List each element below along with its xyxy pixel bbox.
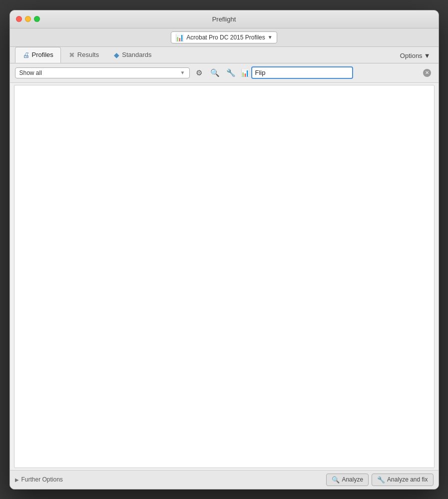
main-window: Preflight 📊 Acrobat Pro DC 2015 Profiles… [9, 10, 439, 490]
profile-chart-icon: 📊 [175, 33, 184, 41]
search-bar-chart-icon: 📊 [241, 69, 249, 77]
toolbar: Show all ▼ ⚙ 🔍 🔧 📊 ✕ [10, 63, 439, 83]
minimize-button[interactable] [25, 16, 31, 22]
search-wrapper: ✕ [251, 66, 434, 79]
search-input[interactable] [251, 66, 353, 79]
analyze-fix-button[interactable]: 🔧 Analyze and fix [372, 474, 433, 486]
tab-results-label: Results [77, 51, 99, 58]
analyze-label: Analyze [342, 476, 363, 483]
profile-bar: 📊 Acrobat Pro DC 2015 Profiles ▼ [10, 28, 439, 47]
window-title: Preflight [212, 15, 236, 23]
profile-selector-label: Acrobat Pro DC 2015 Profiles [186, 34, 265, 41]
filter-dropdown-arrow-icon: ▼ [180, 70, 185, 75]
search-area: 📊 ✕ [241, 66, 434, 79]
filter-dropdown[interactable]: Show all ▼ [15, 67, 190, 78]
analyze-fix-icon: 🔧 [377, 476, 385, 484]
analyze-fix-label: Analyze and fix [387, 476, 428, 483]
analyze-button[interactable]: 🔍 Analyze [326, 474, 369, 486]
further-options[interactable]: ▶ Further Options [15, 476, 63, 483]
options-button[interactable]: Options ▼ [397, 48, 434, 63]
further-options-label: Further Options [21, 476, 63, 483]
content-area: Show all ▼ ⚙ 🔍 🔧 📊 ✕ [10, 63, 439, 470]
traffic-lights [16, 16, 40, 22]
tab-profiles-label: Profiles [32, 51, 53, 58]
tabbar: 🖨 Profiles ✖ Results ◆ Standards Options… [10, 47, 439, 63]
footer-buttons: 🔍 Analyze 🔧 Analyze and fix [326, 474, 433, 486]
profiles-tab-icon: 🖨 [22, 51, 29, 59]
tab-results[interactable]: ✖ Results [62, 47, 106, 63]
analyze-search-icon: 🔍 [332, 476, 340, 484]
search-clear-button[interactable]: ✕ [423, 69, 431, 77]
filter-label: Show all [19, 69, 42, 76]
profile-selector[interactable]: 📊 Acrobat Pro DC 2015 Profiles ▼ [171, 31, 277, 43]
standards-tab-icon: ◆ [114, 51, 119, 59]
tool-icon-button[interactable]: 🔧 [225, 66, 238, 79]
tab-standards-label: Standards [122, 51, 151, 58]
results-tab-icon: ✖ [69, 51, 75, 59]
results-list [14, 85, 435, 468]
further-options-arrow-icon: ▶ [15, 477, 19, 483]
footer: ▶ Further Options 🔍 Analyze 🔧 Analyze an… [10, 470, 439, 489]
maximize-button[interactable] [34, 16, 40, 22]
tabs-container: 🖨 Profiles ✖ Results ◆ Standards [15, 47, 159, 63]
wrench-icon-button[interactable]: ⚙ [193, 66, 206, 79]
close-button[interactable] [16, 16, 22, 22]
options-label: Options [400, 52, 423, 59]
titlebar: Preflight [10, 10, 439, 28]
options-arrow-icon: ▼ [424, 52, 431, 59]
magnify-icon-button[interactable]: 🔍 [209, 66, 222, 79]
tab-profiles[interactable]: 🖨 Profiles [15, 47, 61, 63]
tab-standards[interactable]: ◆ Standards [107, 47, 158, 63]
profile-selector-arrow-icon: ▼ [268, 34, 273, 40]
